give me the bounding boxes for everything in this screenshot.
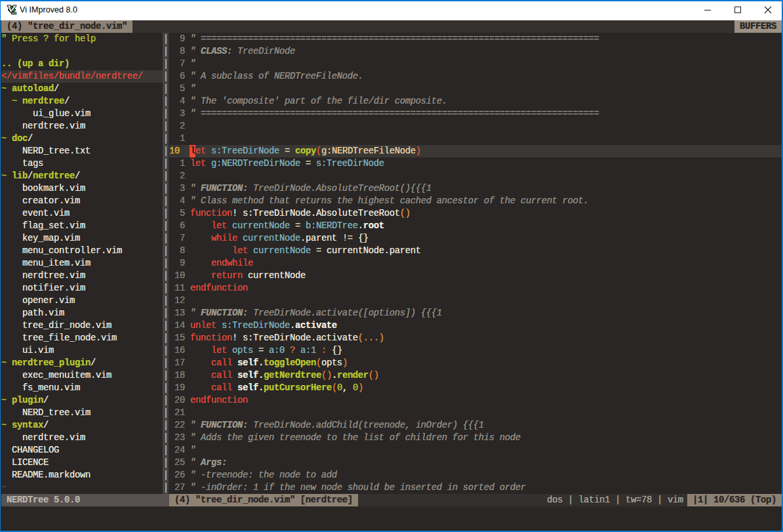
svg-text:im: im (11, 10, 17, 15)
